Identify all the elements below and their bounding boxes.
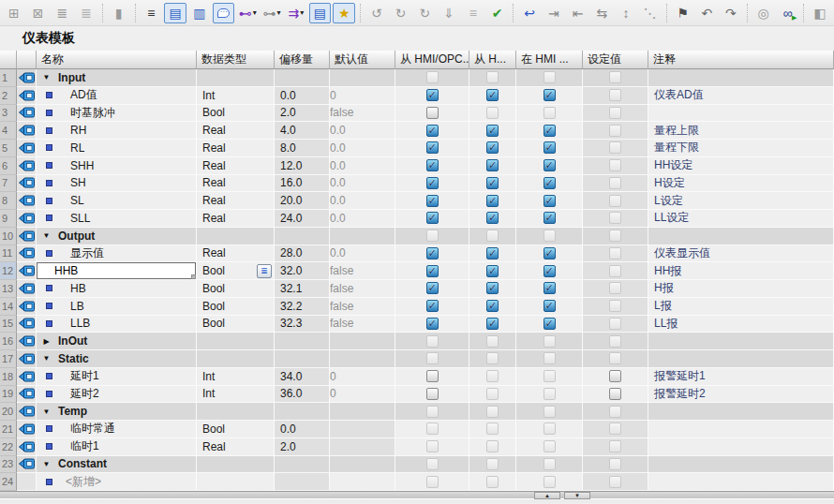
datatype-cell[interactable]: Real	[197, 192, 275, 210]
comment-cell[interactable]: HH报	[648, 262, 834, 280]
comment-cell[interactable]	[648, 333, 834, 350]
sort-first-icon[interactable]: ↕	[615, 3, 637, 23]
name-cell[interactable]: HB	[37, 280, 197, 298]
column-header[interactable]: 设定值	[583, 51, 648, 69]
delete-row-icon[interactable]: ⊠	[27, 3, 50, 23]
row-number[interactable]: 13	[0, 280, 17, 298]
init-setpoints-icon[interactable]: ↻	[414, 3, 437, 23]
row-number[interactable]: 7	[0, 175, 17, 193]
default-value-cell[interactable]: 0.0	[330, 245, 395, 263]
comment-cell[interactable]: HH设定	[648, 157, 834, 175]
accessible-from-hmi-checkbox[interactable]: ✓	[426, 159, 439, 171]
dropdown-caret-icon[interactable]: ▾	[300, 8, 304, 17]
accessible-from-hmi-checkbox[interactable]: ✓	[426, 282, 439, 294]
name-cell[interactable]: 延时2	[37, 386, 197, 404]
accessible-from-hmi-checkbox[interactable]	[426, 370, 439, 382]
scroll-up-button[interactable]: ▲	[534, 492, 560, 499]
datatype-cell[interactable]	[197, 350, 275, 368]
collapse-icon[interactable]: ▼	[41, 354, 52, 363]
writable-from-hmi-checkbox[interactable]: ✓	[486, 195, 499, 207]
comment-cell[interactable]	[648, 69, 834, 87]
collapse-icon[interactable]: ▼	[41, 231, 52, 240]
collapse-icon[interactable]: ▼	[41, 73, 52, 82]
comment-cell[interactable]	[648, 350, 834, 368]
name-cell[interactable]: ▶InOut	[37, 333, 197, 350]
collapse-icon[interactable]: ▼	[41, 460, 52, 468]
default-value-cell[interactable]	[330, 456, 395, 474]
datatype-cell[interactable]	[197, 228, 275, 245]
add-row-after-icon[interactable]: ≣	[75, 3, 97, 23]
check-consistency-icon[interactable]: ✔	[486, 3, 509, 23]
datatype-cell[interactable]	[197, 456, 275, 474]
default-value-cell[interactable]: false	[330, 280, 395, 298]
writable-from-hmi-checkbox[interactable]: ✓	[486, 247, 499, 259]
row-number[interactable]: 23	[0, 456, 17, 474]
visible-in-hmi-checkbox[interactable]: ✓	[544, 282, 556, 294]
accessible-from-hmi-checkbox[interactable]: ✓	[426, 265, 439, 277]
name-cell[interactable]: 时基脉冲	[37, 105, 197, 123]
datatype-cell[interactable]: Real	[197, 175, 275, 193]
default-value-cell[interactable]: 0	[330, 87, 395, 105]
row-number[interactable]: 14	[0, 298, 17, 316]
visible-in-hmi-checkbox[interactable]: ✓	[544, 89, 556, 101]
accessible-from-hmi-checkbox[interactable]: ✓	[426, 141, 439, 154]
name-cell[interactable]: SH	[37, 175, 197, 193]
datatype-cell[interactable]: Real	[197, 210, 275, 228]
comment-cell[interactable]: LL设定	[648, 210, 834, 228]
name-cell[interactable]: ▼Input	[37, 69, 197, 87]
default-value-cell[interactable]	[330, 69, 395, 87]
absolute-view-icon[interactable]: ▤	[164, 3, 186, 23]
comment-cell[interactable]: 报警延时2	[648, 386, 834, 404]
datatype-cell[interactable]: Bool	[197, 421, 275, 438]
name-cell[interactable]: RH	[37, 122, 197, 140]
name-cell[interactable]: AD值	[37, 87, 197, 105]
default-value-cell[interactable]	[330, 403, 395, 421]
column-header[interactable]: 注释	[648, 51, 834, 69]
insert-row-icon[interactable]: ⊞	[3, 3, 25, 23]
add-row-icon[interactable]: ≣	[51, 3, 73, 23]
default-value-cell[interactable]: 0	[330, 368, 395, 386]
accessible-from-hmi-checkbox[interactable]: ✓	[426, 247, 439, 259]
snapshot-actual-values-icon[interactable]: ⊶▾	[261, 3, 283, 23]
row-number[interactable]: 18	[0, 368, 17, 386]
default-value-cell[interactable]	[330, 228, 395, 245]
default-value-cell[interactable]	[330, 350, 395, 368]
setpoint-checkbox[interactable]	[609, 388, 621, 400]
writable-from-hmi-checkbox[interactable]: ✓	[486, 300, 499, 312]
datatype-cell[interactable]: Real	[197, 157, 275, 175]
row-number[interactable]: 12	[0, 262, 17, 280]
accessible-from-hmi-checkbox[interactable]: ✓	[426, 177, 439, 189]
comment-cell[interactable]: 仪表显示值	[648, 245, 834, 263]
accessible-from-hmi-checkbox[interactable]: ✓	[426, 195, 439, 207]
setpoint-filter-icon[interactable]: ▤	[309, 3, 332, 23]
datatype-cell[interactable]: Real	[197, 122, 275, 140]
symbolic-view-icon[interactable]: ▥	[188, 3, 211, 23]
default-value-cell[interactable]: 0.0	[330, 140, 395, 157]
accessible-from-hmi-checkbox[interactable]: ✓	[426, 318, 439, 330]
comment-cell[interactable]: 量程上限	[648, 122, 834, 140]
default-value-cell[interactable]: false	[330, 105, 395, 123]
comment-cell[interactable]: L设定	[648, 192, 834, 210]
comment-cell[interactable]: H报	[648, 280, 834, 298]
visible-in-hmi-checkbox[interactable]: ✓	[544, 300, 556, 312]
default-value-cell[interactable]: 0.0	[330, 192, 395, 210]
writable-from-hmi-checkbox[interactable]: ✓	[486, 212, 499, 224]
datatype-cell[interactable]	[197, 403, 275, 421]
default-value-cell[interactable]	[330, 438, 395, 456]
name-edit-input[interactable]: HHB	[37, 262, 196, 279]
datatype-cell[interactable]	[197, 69, 275, 87]
row-number[interactable]: 10	[0, 228, 17, 245]
prev-bookmark-icon[interactable]: ↶	[695, 3, 718, 23]
visible-in-hmi-checkbox[interactable]: ✓	[544, 247, 556, 259]
default-value-cell[interactable]: 0.0	[330, 175, 395, 193]
comment-cell[interactable]: L报	[648, 298, 834, 316]
edit-resize-handle[interactable]	[191, 274, 196, 279]
visible-in-hmi-checkbox[interactable]: ✓	[544, 195, 556, 207]
row-number[interactable]: 8	[0, 192, 17, 210]
accessible-from-hmi-checkbox[interactable]: ✓	[426, 300, 439, 312]
name-cell[interactable]: LB	[37, 298, 197, 316]
name-cell[interactable]: SL	[37, 192, 197, 210]
column-header[interactable]: 数据类型	[197, 51, 275, 69]
writable-from-hmi-checkbox[interactable]: ✓	[486, 282, 499, 294]
default-value-cell[interactable]: false	[330, 262, 395, 280]
